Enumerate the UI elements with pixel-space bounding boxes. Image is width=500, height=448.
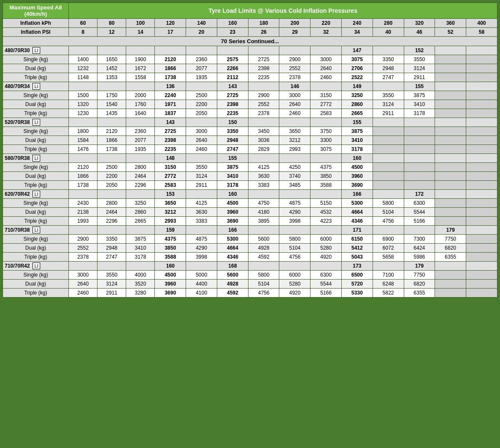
cell-3-1-12	[435, 172, 466, 181]
tire-li-val-6-0	[68, 262, 97, 271]
cell-0-1-5: 2266	[217, 64, 248, 73]
cell-2-0-1: 2120	[98, 127, 126, 136]
cell-5-2-12: 6355	[435, 253, 466, 262]
cell-4-2-4: 3383	[186, 217, 217, 226]
tire-li-val-1-5: 143	[217, 82, 248, 91]
tire-name-text: 480/70R30	[5, 47, 30, 53]
cell-3-1-4: 3124	[186, 172, 217, 181]
tire-li-val-0-10	[373, 46, 404, 55]
cell-1-0-0: 1500	[68, 91, 97, 100]
cell-1-1-10: 3124	[373, 100, 404, 109]
tire-li-val-2-12	[435, 118, 466, 127]
kph-80: 80	[98, 19, 126, 28]
cell-1-1-6: 2552	[248, 100, 279, 109]
cell-1-2-0: 1230	[68, 109, 97, 118]
data-row-4-1: Dual (kg)2138246428603212363039604180429…	[3, 208, 497, 217]
tire-name-text: 480/70R34	[5, 83, 30, 89]
tire-li-val-5-13	[466, 226, 497, 235]
title-header: Tyre Load Limits @ Various Cold Inflatio…	[68, 3, 497, 19]
tire-li-val-1-10	[373, 82, 404, 91]
tire-li-val-1-0	[68, 82, 97, 91]
tire-li-val-5-10	[373, 226, 404, 235]
cell-2-2-2: 1935	[126, 145, 155, 154]
cell-2-1-10	[373, 136, 404, 145]
tire-li-val-1-2	[126, 82, 155, 91]
cell-2-0-13	[466, 127, 497, 136]
tire-li-val-6-10	[373, 262, 404, 271]
cell-2-2-4: 2460	[186, 145, 217, 154]
cell-6-1-5: 4928	[217, 280, 248, 289]
cell-4-0-9: 5300	[341, 199, 373, 208]
cell-5-1-7: 5104	[279, 244, 311, 253]
tire-li-val-3-10	[373, 154, 404, 163]
psi-23: 23	[217, 28, 248, 37]
cell-0-2-13	[466, 73, 497, 82]
tire-li-val-4-11: 172	[404, 190, 435, 199]
cell-4-2-12	[435, 217, 466, 226]
cell-5-2-5: 4346	[217, 253, 248, 262]
li-box: LI	[33, 191, 40, 197]
tire-li-val-4-13	[466, 190, 497, 199]
cell-1-1-8: 2772	[311, 100, 342, 109]
kph-160: 160	[217, 19, 248, 28]
cell-2-1-0: 1584	[68, 136, 97, 145]
tire-name-text: 710/70R42	[5, 263, 30, 269]
cell-4-1-7: 4290	[279, 208, 311, 217]
cell-1-0-8: 3150	[311, 91, 342, 100]
cell-2-0-8: 3750	[311, 127, 342, 136]
tire-li-val-1-1	[98, 82, 126, 91]
cell-0-0-11: 3550	[404, 55, 435, 64]
cell-6-1-8: 5544	[311, 280, 342, 289]
tire-li-val-2-3: 143	[155, 118, 186, 127]
kph-280: 280	[373, 19, 404, 28]
tire-li-val-4-1	[98, 190, 126, 199]
psi-26: 26	[248, 28, 279, 37]
data-row-2-0: Single (kg)18002120236027253000335034503…	[3, 127, 497, 136]
cell-4-1-6: 4180	[248, 208, 279, 217]
data-row-5-1: Dual (kg)2552294834103850429046644928510…	[3, 244, 497, 253]
tire-name-text: 520/70R38	[5, 119, 30, 125]
tire-li-val-5-9: 171	[341, 226, 373, 235]
speed-header: Maximum Speed A8 (40km/h)	[3, 3, 69, 19]
cell-0-2-5: 2112	[217, 73, 248, 82]
psi-row: Inflation PSI 8 12 14 17 20 23 26 29 32 …	[3, 28, 497, 37]
series-70-continued: 70 Series Continued...	[3, 37, 497, 46]
cell-4-2-5: 3690	[217, 217, 248, 226]
cell-5-1-10: 6072	[373, 244, 404, 253]
data-row-4-2: Triple (kg)19932296266529933383369038953…	[3, 217, 497, 226]
cell-3-2-8: 3588	[311, 181, 342, 190]
row-label-5-1: Dual (kg)	[3, 244, 69, 253]
li-box: LI	[33, 119, 40, 126]
cell-2-1-2: 2077	[126, 136, 155, 145]
kph-row: Inflation kPh 60 80 100 120 140 160 180 …	[3, 19, 497, 28]
cell-5-2-11: 5986	[404, 253, 435, 262]
cell-0-1-4: 2077	[186, 64, 217, 73]
cell-5-1-8: 5280	[311, 244, 342, 253]
data-row-5-0: Single (kg)29003350387543754875530056005…	[3, 235, 497, 244]
cell-0-1-2: 1672	[126, 64, 155, 73]
cell-5-0-0: 2900	[68, 235, 97, 244]
cell-2-2-11	[404, 145, 435, 154]
tire-li-val-0-8	[311, 46, 342, 55]
tire-header-4: 620/70R42 LI153160166172	[3, 190, 497, 199]
cell-3-2-6: 3383	[248, 181, 279, 190]
cell-5-1-9: 5412	[341, 244, 373, 253]
cell-6-2-1: 2911	[98, 289, 126, 298]
cell-3-2-9: 3690	[341, 181, 373, 190]
cell-2-1-6: 3036	[248, 136, 279, 145]
tire-li-val-5-0	[68, 226, 97, 235]
psi-14: 14	[126, 28, 155, 37]
cell-3-2-10	[373, 181, 404, 190]
kph-360: 360	[435, 19, 466, 28]
tire-li-val-3-4	[186, 154, 217, 163]
cell-2-0-9: 3875	[341, 127, 373, 136]
tire-li-val-3-6	[248, 154, 279, 163]
kph-200: 200	[279, 19, 311, 28]
row-label-3-1: Dual (kg)	[3, 172, 69, 181]
cell-1-0-10: 3550	[373, 91, 404, 100]
cell-1-0-5: 2725	[217, 91, 248, 100]
cell-4-2-11: 5166	[404, 217, 435, 226]
tire-li-val-5-5: 166	[217, 226, 248, 235]
cell-3-2-2: 2296	[126, 181, 155, 190]
cell-4-1-0: 2138	[68, 208, 97, 217]
